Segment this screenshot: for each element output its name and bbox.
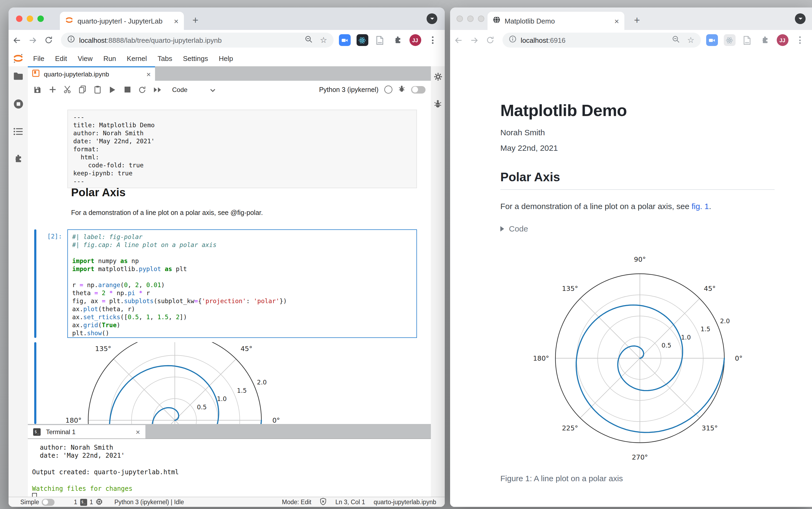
zoom-app-icon[interactable]: [336, 34, 353, 46]
zoom-window-button[interactable]: [478, 15, 484, 22]
menu-kernel[interactable]: Kernel: [121, 55, 152, 63]
document-extension-icon[interactable]: [371, 36, 389, 45]
restart-kernel-button[interactable]: [135, 86, 150, 93]
menu-tabs[interactable]: Tabs: [152, 55, 178, 63]
svg-text:1.0: 1.0: [681, 334, 691, 341]
close-window-button[interactable]: [457, 15, 463, 22]
bookmark-star-icon[interactable]: ☆: [320, 35, 327, 45]
minimize-window-button[interactable]: [467, 15, 473, 22]
extensions-puzzle-icon[interactable]: [756, 36, 774, 44]
zoom-app-icon[interactable]: [703, 34, 720, 46]
menu-help[interactable]: Help: [213, 55, 238, 63]
code-fold-toggle[interactable]: Code: [500, 224, 528, 233]
simple-mode-label: Simple: [20, 499, 39, 505]
add-cell-button[interactable]: [45, 86, 60, 93]
kernel-name[interactable]: Python 3 (ipykernel): [319, 86, 379, 93]
terminals-count: 1: [74, 499, 77, 505]
menu-file[interactable]: File: [28, 55, 50, 63]
back-button[interactable]: [450, 36, 466, 45]
tab-close-icon[interactable]: ×: [174, 17, 179, 25]
save-button[interactable]: [30, 86, 45, 93]
reload-button[interactable]: [41, 36, 57, 44]
figure-link[interactable]: fig. 1: [692, 202, 709, 211]
tab-close-icon[interactable]: ×: [614, 17, 619, 25]
zoom-window-button[interactable]: [37, 15, 44, 22]
terminal-line: [32, 477, 431, 485]
statusbar-filename: quarto-jupyterlab.ipynb: [374, 499, 436, 505]
cursor-position[interactable]: Ln 3, Col 1: [336, 499, 365, 505]
close-window-button[interactable]: [16, 15, 23, 22]
address-bar[interactable]: localhost:8888/lab/tree/quarto-jupyterla…: [61, 33, 333, 47]
tab-search-button[interactable]: [427, 13, 437, 24]
menu-view[interactable]: View: [72, 55, 98, 63]
site-info-icon[interactable]: [67, 35, 75, 45]
browser-menu-icon[interactable]: [791, 36, 809, 44]
table-of-contents-icon[interactable]: [13, 128, 23, 137]
terminal-count-icon[interactable]: $_: [80, 499, 87, 506]
zoom-out-page-icon[interactable]: [305, 35, 313, 45]
globe-favicon-icon: [493, 16, 500, 26]
interrupt-kernel-button[interactable]: [120, 87, 135, 93]
restart-run-all-button[interactable]: [150, 86, 165, 93]
output-collapser[interactable]: [34, 342, 36, 424]
menu-edit[interactable]: Edit: [50, 55, 72, 63]
cut-cells-button[interactable]: [60, 86, 75, 94]
code-line: [72, 249, 412, 257]
bookmark-star-icon[interactable]: ☆: [687, 35, 695, 45]
simple-mode-toggle[interactable]: [42, 499, 55, 506]
site-info-icon[interactable]: [509, 35, 517, 45]
markdown-heading[interactable]: Polar Axis: [71, 186, 126, 199]
notebook-content[interactable]: ---title: Matplotlib Demoauthor: Norah S…: [28, 98, 431, 424]
tab-search-button[interactable]: [795, 13, 806, 24]
trust-shield-icon[interactable]: [320, 498, 327, 506]
terminal-line: Watching files for changes: [32, 485, 431, 493]
svg-text:1.5: 1.5: [237, 387, 247, 394]
terminal-tab[interactable]: $_ Terminal 1 ×: [28, 425, 145, 438]
kernel-chip-icon[interactable]: [96, 498, 103, 506]
notebook-tab-bar: quarto-jupyterlab.ipynb ×: [28, 66, 431, 81]
running-kernels-icon[interactable]: [13, 99, 23, 111]
menu-run[interactable]: Run: [98, 55, 121, 63]
browser-menu-icon[interactable]: [424, 36, 442, 44]
paste-cells-button[interactable]: [90, 86, 105, 94]
address-bar[interactable]: localhost:6916 ☆: [502, 33, 701, 47]
reload-button[interactable]: [482, 36, 498, 44]
code-cell[interactable]: #| label: fig-polar#| fig.cap: A line pl…: [67, 229, 417, 338]
minimize-window-button[interactable]: [27, 15, 33, 22]
svg-text:2.0: 2.0: [257, 379, 267, 386]
markdown-paragraph[interactable]: For a demonstration of a line plot on a …: [71, 209, 263, 216]
back-button[interactable]: [8, 36, 25, 45]
property-inspector-gear-icon[interactable]: [433, 72, 443, 83]
terminal-tab-close-icon[interactable]: ×: [136, 428, 140, 436]
profile-avatar[interactable]: JJ: [406, 34, 424, 46]
copy-cells-button[interactable]: [75, 86, 90, 94]
debugger-bug-icon[interactable]: [433, 99, 442, 111]
new-tab-button[interactable]: +: [634, 15, 640, 25]
document-extension-icon[interactable]: [738, 36, 756, 45]
extensions-puzzle-icon[interactable]: [389, 36, 406, 44]
kernel-status-text[interactable]: Python 3 (ipykernel) | Idle: [114, 499, 184, 505]
file-browser-icon[interactable]: [13, 72, 23, 82]
forward-button[interactable]: [466, 36, 482, 45]
toolbar-toggle[interactable]: [411, 86, 425, 93]
raw-cell-yaml[interactable]: ---title: Matplotlib Demoauthor: Norah S…: [67, 110, 417, 188]
react-devtools-icon[interactable]: [353, 34, 371, 46]
zoom-out-page-icon[interactable]: [672, 35, 680, 45]
cell-type-chevron-icon[interactable]: [210, 85, 215, 94]
cell-collapser[interactable]: [34, 229, 36, 338]
debugger-toggle-bug-icon[interactable]: [398, 85, 405, 94]
mode-indicator[interactable]: Mode: Edit: [282, 499, 311, 505]
new-tab-button[interactable]: +: [192, 15, 198, 25]
extension-manager-icon[interactable]: [13, 154, 23, 166]
browser-tab-jupyterlab[interactable]: quarto-jupyterl - JupyterLab ×: [60, 12, 184, 30]
react-devtools-icon[interactable]: [720, 34, 738, 46]
menu-settings[interactable]: Settings: [177, 55, 213, 63]
notebook-tab-close-icon[interactable]: ×: [146, 70, 151, 78]
browser-tab-matplotlib-demo[interactable]: Matplotlib Demo ×: [488, 12, 624, 30]
cell-type-select[interactable]: Code: [172, 86, 187, 93]
profile-avatar[interactable]: JJ: [774, 34, 791, 46]
forward-button[interactable]: [25, 36, 41, 45]
run-cell-button[interactable]: [105, 86, 120, 93]
notebook-tab[interactable]: quarto-jupyterlab.ipynb ×: [28, 66, 155, 81]
terminal-body[interactable]: author: Norah Smith date: 'May 22nd, 202…: [28, 438, 431, 497]
